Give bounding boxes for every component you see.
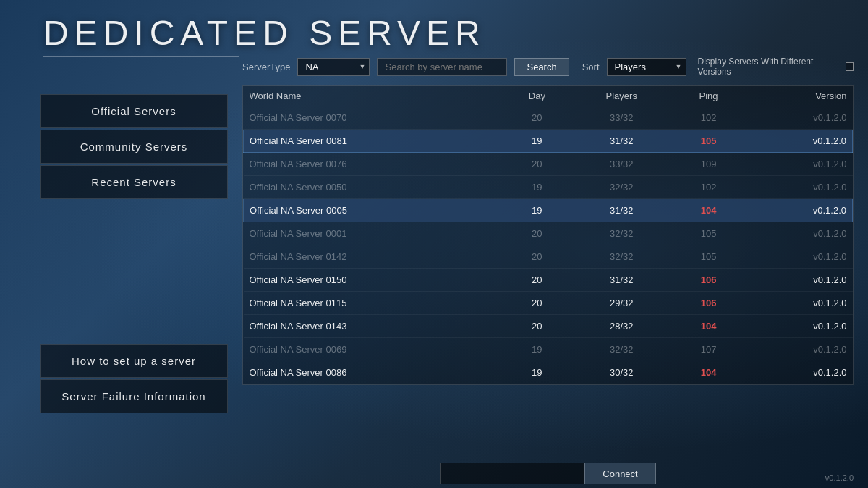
cell-world-name: Official NA Server 0081 — [244, 130, 503, 153]
diff-versions-container: Display Servers With Different Versions — [698, 56, 854, 77]
table-row[interactable]: Official NA Server 0069 19 32/32 107 v0.… — [244, 338, 853, 361]
server-type-select[interactable]: NA EU AS — [297, 58, 370, 76]
diff-versions-label: Display Servers With Different Versions — [698, 56, 841, 77]
cell-ping: 105 — [673, 245, 745, 269]
cell-ping: 104 — [673, 199, 745, 222]
cell-world-name: Official NA Server 0069 — [244, 338, 503, 361]
col-ping: Ping — [673, 86, 745, 106]
cell-day: 20 — [503, 315, 571, 338]
col-players: Players — [571, 86, 673, 106]
server-type-label: ServerType — [242, 62, 290, 72]
cell-day: 20 — [503, 222, 571, 245]
cell-ping: 109 — [673, 153, 745, 176]
cell-version: v0.1.2.0 — [744, 315, 852, 338]
cell-world-name: Official NA Server 0143 — [244, 315, 503, 338]
main-panel: ServerType NA EU AS Search Sort Players … — [242, 56, 854, 466]
cell-version: v0.1.2.0 — [744, 292, 852, 315]
cell-world-name: Official NA Server 0001 — [244, 222, 503, 245]
table-row[interactable]: Official NA Server 0150 20 31/32 106 v0.… — [244, 269, 853, 292]
cell-ping: 106 — [673, 269, 745, 292]
cell-ping: 102 — [673, 106, 745, 130]
sidebar-btn-server-failure[interactable]: Server Failure Information — [40, 379, 228, 413]
toolbar: ServerType NA EU AS Search Sort Players … — [242, 56, 854, 77]
cell-players: 32/32 — [571, 176, 673, 199]
cell-world-name: Official NA Server 0115 — [244, 292, 503, 315]
cell-world-name: Official NA Server 0086 — [244, 361, 503, 384]
cell-players: 33/32 — [571, 106, 673, 130]
cell-version: v0.1.2.0 — [744, 106, 852, 130]
cell-day: 19 — [503, 361, 571, 384]
sidebar-btn-official-servers[interactable]: Official Servers — [40, 94, 228, 128]
cell-day: 20 — [503, 245, 571, 269]
table-row[interactable]: Official NA Server 0086 19 30/32 104 v0.… — [244, 361, 853, 384]
cell-version: v0.1.2.0 — [744, 269, 852, 292]
server-type-wrapper: NA EU AS — [297, 58, 370, 76]
table-row[interactable]: Official NA Server 0115 20 29/32 106 v0.… — [244, 292, 853, 315]
cell-version: v0.1.2.0 — [744, 338, 852, 361]
cell-day: 20 — [503, 106, 571, 130]
cell-day: 19 — [503, 199, 571, 222]
connect-input[interactable] — [440, 463, 584, 484]
cell-version: v0.1.2.0 — [744, 130, 852, 153]
cell-ping: 105 — [673, 222, 745, 245]
cell-world-name: Official NA Server 0070 — [244, 106, 503, 130]
sidebar-btn-community-servers[interactable]: Community Servers — [40, 130, 228, 164]
diff-versions-checkbox[interactable] — [846, 62, 854, 71]
col-version: Version — [744, 86, 852, 106]
cell-ping: 102 — [673, 176, 745, 199]
cell-players: 30/32 — [571, 361, 673, 384]
cell-players: 32/32 — [571, 245, 673, 269]
table-row[interactable]: Official NA Server 0142 20 32/32 105 v0.… — [244, 245, 853, 269]
cell-world-name: Official NA Server 0142 — [244, 245, 503, 269]
table-row[interactable]: Official NA Server 0143 20 28/32 104 v0.… — [244, 315, 853, 338]
page-title: DEDICATED SERVER — [43, 13, 486, 53]
sort-select[interactable]: Players Ping Name — [607, 58, 686, 76]
cell-players: 31/32 — [571, 130, 673, 153]
cell-day: 20 — [503, 153, 571, 176]
connect-button[interactable]: Connect — [584, 463, 655, 484]
cell-players: 29/32 — [571, 292, 673, 315]
table-row[interactable]: Official NA Server 0070 20 33/32 102 v0.… — [244, 106, 853, 130]
sidebar-btn-how-to-setup[interactable]: How to set up a server — [40, 344, 228, 378]
server-table-container: World Name Day Players Ping Version Offi… — [242, 85, 854, 385]
sort-label: Sort — [582, 62, 600, 72]
cell-day: 19 — [503, 176, 571, 199]
table-row[interactable]: Official NA Server 0005 19 31/32 104 v0.… — [244, 199, 853, 222]
table-row[interactable]: Official NA Server 0001 20 32/32 105 v0.… — [244, 222, 853, 245]
table-row[interactable]: Official NA Server 0050 19 32/32 102 v0.… — [244, 176, 853, 199]
cell-version: v0.1.2.0 — [744, 361, 852, 384]
cell-day: 20 — [503, 269, 571, 292]
cell-world-name: Official NA Server 0076 — [244, 153, 503, 176]
cell-ping: 107 — [673, 338, 745, 361]
cell-players: 31/32 — [571, 269, 673, 292]
search-input[interactable] — [377, 58, 507, 76]
cell-version: v0.1.2.0 — [744, 199, 852, 222]
cell-version: v0.1.2.0 — [744, 153, 852, 176]
cell-players: 31/32 — [571, 199, 673, 222]
sidebar-btn-recent-servers[interactable]: Recent Servers — [40, 165, 228, 199]
connect-bar: Connect — [242, 459, 854, 488]
search-button[interactable]: Search — [514, 58, 569, 76]
table-header: World Name Day Players Ping Version — [244, 86, 853, 106]
cell-players: 32/32 — [571, 222, 673, 245]
cell-version: v0.1.2.0 — [744, 245, 852, 269]
cell-day: 20 — [503, 292, 571, 315]
col-world-name: World Name — [244, 86, 503, 106]
cell-ping: 105 — [673, 130, 745, 153]
table-row[interactable]: Official NA Server 0076 20 33/32 109 v0.… — [244, 153, 853, 176]
cell-day: 19 — [503, 130, 571, 153]
cell-players: 33/32 — [571, 153, 673, 176]
cell-version: v0.1.2.0 — [744, 176, 852, 199]
server-table: World Name Day Players Ping Version Offi… — [243, 86, 853, 384]
title-divider — [43, 56, 239, 57]
version-footer: v0.1.2.0 — [825, 474, 854, 482]
cell-world-name: Official NA Server 0050 — [244, 176, 503, 199]
sidebar: Official Servers Community Servers Recen… — [40, 94, 228, 415]
cell-day: 19 — [503, 338, 571, 361]
cell-ping: 106 — [673, 292, 745, 315]
col-day: Day — [503, 86, 571, 106]
cell-players: 32/32 — [571, 338, 673, 361]
cell-ping: 104 — [673, 315, 745, 338]
cell-version: v0.1.2.0 — [744, 222, 852, 245]
table-row[interactable]: Official NA Server 0081 19 31/32 105 v0.… — [244, 130, 853, 153]
